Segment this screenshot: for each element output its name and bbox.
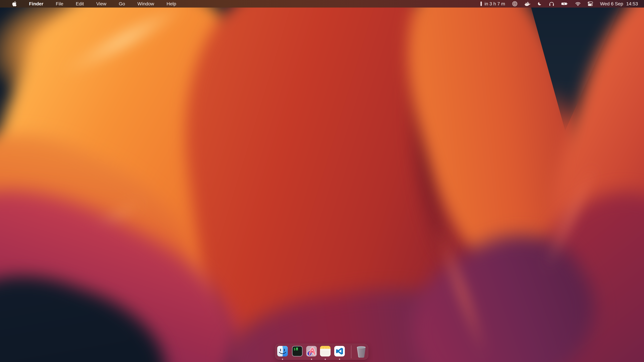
- running-indicator-notes: [325, 359, 326, 360]
- docker-icon[interactable]: [524, 0, 530, 7]
- session-indicator-icon: [480, 1, 482, 6]
- menu-item-file[interactable]: File: [50, 0, 70, 7]
- apple-menu[interactable]: [0, 0, 23, 7]
- dock-separator: [351, 346, 351, 358]
- dock-item-trash[interactable]: [356, 346, 367, 358]
- app-menu-finder[interactable]: Finder: [23, 0, 50, 7]
- running-indicator-vscode: [339, 359, 340, 360]
- notes-icon: [320, 346, 330, 357]
- focus-moon-icon[interactable]: [538, 0, 542, 7]
- menu-item-go[interactable]: Go: [112, 0, 131, 7]
- menu-item-edit[interactable]: Edit: [70, 0, 90, 7]
- calendar-status-item[interactable]: in 3 h 7 m: [480, 0, 505, 7]
- menu-bar-clock[interactable]: Wed 6 Sep 14:53: [600, 1, 638, 6]
- wifi-icon[interactable]: [575, 0, 580, 7]
- menu-bar-left: Finder File Edit View Go Window Help: [0, 0, 182, 7]
- clock-time: 14:53: [626, 1, 638, 6]
- terminal-cursor: [296, 348, 298, 351]
- menu-item-help[interactable]: Help: [160, 0, 182, 7]
- clock-date: Wed 6 Sep: [600, 1, 623, 6]
- menu-bar-status: in 3 h 7 m: [480, 0, 644, 7]
- dock-item-letter-a-app[interactable]: [306, 346, 317, 357]
- trash-icon: [356, 346, 367, 358]
- control-center-icon[interactable]: [588, 0, 593, 7]
- dock-item-finder[interactable]: [277, 346, 288, 357]
- terminal-prompt: $: [294, 347, 296, 351]
- notes-binding-dots: [320, 348, 330, 348]
- dock-item-terminal[interactable]: $: [292, 346, 302, 357]
- menu-item-window[interactable]: Window: [131, 0, 160, 7]
- notes-yellow-band: [320, 346, 330, 349]
- dock: $: [275, 344, 368, 360]
- menu-item-view[interactable]: View: [90, 0, 112, 7]
- menu-bar: Finder File Edit View Go Window Help in …: [0, 0, 644, 7]
- running-indicator-finder: [282, 359, 283, 360]
- dock-item-vscode[interactable]: [334, 346, 345, 357]
- onepassword-icon[interactable]: [512, 0, 518, 7]
- wallpaper: [0, 0, 644, 362]
- battery-charging-icon[interactable]: [561, 0, 568, 7]
- notes-ruled-lines: [321, 350, 330, 356]
- letter-a-app-icon: [306, 346, 317, 357]
- dock-item-notes[interactable]: [320, 346, 330, 357]
- running-indicator-letter-a-app: [311, 359, 312, 360]
- session-text: in 3 h 7 m: [484, 1, 505, 6]
- apple-icon: [12, 1, 16, 6]
- vscode-icon: [334, 346, 345, 357]
- headphones-icon[interactable]: [549, 0, 554, 7]
- terminal-icon: $: [292, 346, 302, 357]
- finder-icon: [277, 346, 288, 357]
